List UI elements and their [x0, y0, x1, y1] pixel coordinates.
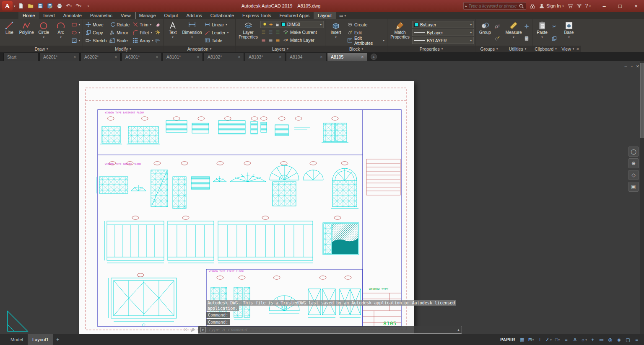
explode-button[interactable] [155, 30, 161, 36]
tab-annotate[interactable]: Annotate [59, 12, 86, 19]
lineweight-toggle[interactable]: ≡ [562, 335, 570, 344]
match-properties-button[interactable]: Match Properties [389, 20, 411, 45]
tab-insert[interactable]: Insert [39, 12, 59, 19]
panel-label-groups[interactable]: Groups▾ [475, 46, 503, 52]
hatch-button[interactable]: ▾ [70, 37, 82, 44]
command-customize-icon[interactable] [190, 327, 195, 332]
vertical-scrollbar[interactable] [640, 61, 644, 334]
application-menu-arrow-icon[interactable]: ▾ [14, 5, 16, 8]
graphics-performance-toggle[interactable]: ◈ [615, 335, 623, 344]
linetype-combo[interactable]: ByLayer ▾ [412, 29, 474, 36]
trim-button[interactable]: Trim▾ [131, 21, 155, 28]
id-point-button[interactable] [524, 23, 530, 29]
annotation-monitor-toggle[interactable]: + [589, 335, 597, 344]
layer-properties-button[interactable]: Layer Properties [237, 20, 260, 45]
paste-button[interactable]: Paste ▾ [534, 20, 551, 45]
annotation-visibility-toggle[interactable]: A [571, 335, 579, 344]
file-tab-active[interactable]: A8105× [327, 53, 367, 61]
polyline-button[interactable]: Polyline [18, 20, 35, 45]
tab-collaborate[interactable]: Collaborate [206, 12, 238, 19]
layer-freeze-button[interactable] [275, 29, 280, 35]
leader-button[interactable]: Leader▾ [203, 29, 230, 36]
quick-properties-toggle[interactable]: ▭ [597, 335, 605, 344]
close-tab-icon[interactable]: × [156, 55, 158, 59]
close-tab-icon[interactable]: × [197, 55, 199, 59]
command-close-icon[interactable]: ✕ [184, 327, 187, 332]
file-tab-start[interactable]: Start [3, 53, 39, 61]
workspace-switching-button[interactable]: ☼▾ [580, 335, 588, 344]
panel-label-draw[interactable]: Draw▾ [0, 46, 83, 52]
scale-button[interactable]: Scale [108, 37, 131, 44]
doc-minimize-button[interactable]: – [625, 64, 627, 69]
save-as-button[interactable] [46, 2, 54, 10]
qat-customize-button[interactable]: ▾ [84, 2, 93, 10]
layer-isolate-button[interactable] [267, 29, 273, 35]
autocad-logo-icon[interactable]: A [2, 1, 13, 10]
new-layout-button[interactable]: + [53, 334, 62, 345]
close-tab-icon[interactable]: × [320, 55, 322, 59]
clean-screen-button[interactable]: ▢ [624, 335, 632, 344]
move-button[interactable]: Move [84, 21, 108, 28]
command-history-toggle-icon[interactable]: ▴ [457, 327, 460, 332]
file-tab[interactable]: A8102*× [204, 53, 244, 61]
undo-button[interactable]: ↶▾ [65, 2, 73, 10]
polar-tracking-toggle[interactable]: ∠▾ [545, 335, 553, 344]
isolate-objects-button[interactable]: ◎ [606, 335, 614, 344]
model-tab[interactable]: Model [6, 334, 28, 345]
quick-calculator-button[interactable] [524, 36, 530, 41]
file-tab[interactable]: A8103*× [245, 53, 285, 61]
panel-overflow-icon[interactable]: » [576, 46, 579, 51]
rotate-button[interactable]: Rotate [108, 21, 131, 28]
edit-attributes-button[interactable]: Edit Attributes▾ [346, 37, 386, 44]
save-button[interactable] [36, 2, 44, 10]
close-tab-icon[interactable]: × [115, 55, 117, 59]
copy-button[interactable]: Copy [84, 29, 108, 36]
file-tab[interactable]: A6201*× [39, 53, 80, 61]
minimize-button[interactable]: – [596, 0, 612, 12]
layer-off-button[interactable] [260, 29, 266, 35]
layout1-tab[interactable]: Layout1 [28, 334, 53, 345]
dimension-button[interactable]: Dimension ▾ [182, 20, 203, 45]
rectangle-button[interactable]: ▾ [70, 21, 82, 28]
make-current-button[interactable]: Make Current [282, 28, 318, 36]
close-tab-icon[interactable]: × [361, 55, 364, 59]
file-tab[interactable]: A6202*× [80, 53, 121, 61]
binoculars-icon[interactable] [529, 3, 536, 9]
help-button[interactable]: ? ▾ [585, 3, 591, 9]
tab-addins[interactable]: Add-ins [182, 12, 206, 19]
sign-in-button[interactable]: Sign In ▾ [539, 3, 564, 9]
object-color-combo[interactable]: ByLayer ▾ [412, 21, 474, 28]
erase-button[interactable] [155, 22, 161, 28]
tab-express-tools[interactable]: Express Tools [238, 12, 275, 19]
ribbon-display-toggle[interactable]: ▭▾ [336, 12, 349, 19]
create-block-button[interactable]: Create [346, 21, 386, 28]
customization-menu-button[interactable]: ≡ [633, 335, 641, 344]
close-tab-icon[interactable]: × [74, 55, 76, 59]
group-button[interactable]: Group [477, 20, 493, 45]
show-motion-button[interactable]: ▣ [628, 182, 639, 192]
scrollbar-thumb[interactable] [640, 63, 644, 138]
layer-unlock-button[interactable] [260, 37, 266, 43]
paper-space-button[interactable]: PAPER [498, 335, 517, 344]
close-button[interactable]: × [628, 0, 644, 12]
tab-output[interactable]: Output [160, 12, 182, 19]
cut-button[interactable]: ✂ [551, 23, 557, 29]
command-input-box[interactable]: ▸ ▴ [198, 326, 462, 334]
file-tab[interactable]: A8104× [286, 53, 326, 61]
text-button[interactable]: Text ▾ [165, 20, 181, 45]
fillet-button[interactable]: Fillet▾ [131, 29, 155, 36]
steering-wheel-button[interactable]: ◯ [628, 147, 639, 157]
file-tab[interactable]: A8101*× [163, 53, 203, 61]
layer-combo[interactable]: DIM50 ▾ [260, 21, 324, 28]
linear-dimension-button[interactable]: Linear▾ [203, 21, 230, 28]
tab-parametric[interactable]: Parametric [86, 12, 117, 19]
line-button[interactable]: Line [1, 20, 18, 45]
grid-toggle[interactable]: ▦ [518, 335, 526, 344]
circle-button[interactable]: Circle ▾ [36, 20, 52, 45]
table-button[interactable]: Table [203, 37, 230, 44]
panel-label-properties[interactable]: Properties▾ [387, 46, 475, 52]
copy-clip-button[interactable] [551, 36, 557, 41]
layer-states-button[interactable] [275, 37, 280, 43]
doc-close-button[interactable]: × [636, 64, 639, 69]
doc-restore-button[interactable]: ▫ [631, 64, 633, 69]
